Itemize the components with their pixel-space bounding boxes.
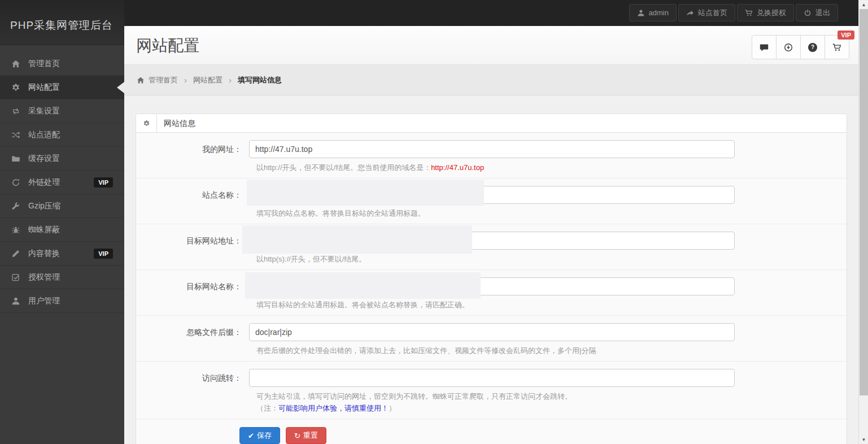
sidebar-item-user-manage[interactable]: 用户管理 <box>0 289 124 313</box>
reset-icon: ↻ <box>294 432 300 440</box>
save-button[interactable]: ✔ 保存 <box>239 427 280 444</box>
topbar: admin 站点首页 兑换授权 退出 <box>0 0 868 26</box>
field-help: 以http://开头，但不要以/结尾。您当前使用的域名是：http://47.u… <box>256 163 847 172</box>
collect-icon <box>11 107 20 116</box>
sidebar-item-label: 内容替换 <box>28 249 60 259</box>
sidebar-item-spider-block[interactable]: 蜘蛛屏蔽 <box>0 218 124 242</box>
redaction-overlay <box>247 180 484 206</box>
chevron-right-icon: › <box>184 75 187 85</box>
scrollbar: ▲ ▼ <box>858 0 868 444</box>
sidebar-menu: 管理首页 网站配置 采集设置 站点适配 缓存设置 外链处理 <box>0 45 124 313</box>
field-label: 访问跳转： <box>136 369 249 387</box>
redaction-overlay <box>242 225 472 254</box>
vip-badge: VIP <box>838 31 854 40</box>
download-circle-icon <box>784 43 793 52</box>
form-actions: ✔ 保存 ↻ 重置 <box>136 419 847 444</box>
field-label: 我的网址： <box>136 140 249 158</box>
scroll-down-button[interactable]: ▼ <box>859 435 868 444</box>
reset-button[interactable]: ↻ 重置 <box>286 427 326 444</box>
sidebar-item-label: 蜘蛛屏蔽 <box>28 225 60 235</box>
redaction-overlay <box>245 272 481 299</box>
sidebar-item-label: 网站配置 <box>28 82 60 93</box>
vip-badge: VIP <box>94 249 113 259</box>
redirect-input[interactable] <box>249 369 735 387</box>
help-button[interactable]: ? <box>800 35 825 59</box>
breadcrumb-item-site-config[interactable]: 网站配置 <box>193 75 223 85</box>
share-arrow-icon <box>686 9 694 17</box>
sidebar-item-label: 采集设置 <box>28 106 60 116</box>
breadcrumb-label: 填写网站信息 <box>238 75 282 85</box>
save-button-label: 保存 <box>257 430 272 441</box>
exchange-license-button[interactable]: 兑换授权 <box>737 4 794 21</box>
main-area: 网站信息 我的网址： 以http://开头，但不要以/结尾。您当前使用的域名是：… <box>124 96 858 444</box>
cart-icon <box>745 9 753 17</box>
note-warning-text: 可能影响用户体验，请慎重使用！ <box>278 404 389 412</box>
pencil-icon <box>11 249 20 258</box>
vip-badge: VIP <box>94 177 113 188</box>
sidebar-item-label: 站点适配 <box>28 130 60 140</box>
comment-icon <box>760 43 769 52</box>
sidebar-item-admin-home[interactable]: 管理首页 <box>0 52 124 76</box>
sidebar-item-content-replace[interactable]: 内容替换 VIP <box>0 242 124 265</box>
note-suffix: ） <box>389 404 396 412</box>
topbar-button-label: 兑换授权 <box>757 8 786 18</box>
breadcrumb-item-current: 填写网站信息 <box>238 75 282 85</box>
toolbar: VIP ? <box>752 35 849 59</box>
field-help: 有些后缀的文件处理会出错的，请添加上去，比如压缩文件、视频文件等修改会乱码的文件… <box>256 346 847 355</box>
field-note: （注：可能影响用户体验，请慎重使用！） <box>256 403 847 413</box>
sidebar-item-label: 授权管理 <box>28 272 60 282</box>
my-url-input[interactable] <box>249 140 735 158</box>
field-help: 可为主站引流，填写可访问的网址，留空则为不跳转。蜘蛛可正常爬取，只有正常访问才会… <box>256 391 847 401</box>
sidebar-item-cache-settings[interactable]: 缓存设置 <box>0 147 124 171</box>
user-menu-button[interactable]: admin <box>629 4 677 21</box>
wrench-icon <box>11 202 20 211</box>
site-home-button[interactable]: 站点首页 <box>678 4 735 21</box>
cart-icon <box>832 43 841 52</box>
sidebar-item-gzip[interactable]: Gzip压缩 <box>0 194 124 218</box>
topbar-button-label: 站点首页 <box>698 8 727 18</box>
sidebar-item-label: Gzip压缩 <box>28 201 60 211</box>
note-prefix: （注： <box>256 404 278 412</box>
sidebar-item-label: 管理首页 <box>28 59 60 69</box>
site-config-form: 我的网址： 以http://开头，但不要以/结尾。您当前使用的域名是：http:… <box>136 133 847 444</box>
form-row-site-name: 站点名称： 填写我的站点名称。将替换目标站的全站通用标题。 <box>136 178 847 224</box>
form-row-redirect: 访问跳转： 可为主站引流，填写可访问的网址，留空则为不跳转。蜘蛛可正常爬取，只有… <box>136 361 847 419</box>
spider-icon <box>11 225 20 234</box>
form-row-ignore-ext: 忽略文件后缀： 有些后缀的文件处理会出错的，请添加上去，比如压缩文件、视频文件等… <box>136 315 847 361</box>
sidebar-item-collect-settings[interactable]: 采集设置 <box>0 99 124 123</box>
question-circle-icon: ? <box>808 43 817 52</box>
check-square-icon <box>11 273 20 282</box>
home-icon <box>11 59 20 68</box>
field-help: 以http(s)://开头，但不要以/结尾。 <box>256 254 847 264</box>
ignore-ext-input[interactable] <box>249 323 735 341</box>
page-title: 网站配置 <box>124 26 858 65</box>
sidebar-item-auth-manage[interactable]: 授权管理 <box>0 265 124 289</box>
topbar-button-label: admin <box>649 8 669 17</box>
refresh-icon <box>11 178 20 187</box>
scroll-up-button[interactable]: ▲ <box>859 0 868 9</box>
sidebar: PHP采集网管理后台 管理首页 网站配置 采集设置 站点适配 缓存设置 <box>0 0 124 444</box>
sidebar-item-label: 用户管理 <box>28 296 60 306</box>
sidebar-item-external-links[interactable]: 外链处理 VIP <box>0 171 124 194</box>
user-icon <box>637 9 645 17</box>
logout-button[interactable]: 退出 <box>796 4 838 21</box>
panel-header: 网站信息 <box>136 114 847 133</box>
check-icon: ✔ <box>248 432 254 440</box>
topbar-actions: admin 站点首页 兑换授权 退出 <box>629 4 838 21</box>
comment-button[interactable] <box>752 35 777 59</box>
sidebar-item-site-config[interactable]: 网站配置 <box>0 76 124 99</box>
sidebar-item-site-adapt[interactable]: 站点适配 <box>0 123 124 147</box>
reset-button-label: 重置 <box>303 430 318 441</box>
field-label: 忽略文件后缀： <box>136 323 249 341</box>
download-button[interactable] <box>776 35 801 59</box>
field-label: 站点名称： <box>136 186 249 204</box>
breadcrumb-label: 管理首页 <box>149 75 178 85</box>
app-logo: PHP采集网管理后台 <box>0 0 124 45</box>
gear-icon <box>11 83 20 92</box>
breadcrumb-item-home[interactable]: 管理首页 <box>137 75 178 85</box>
scrollbar-thumb[interactable] <box>860 9 868 395</box>
form-row-my-url: 我的网址： 以http://开头，但不要以/结尾。您当前使用的域名是：http:… <box>136 133 847 178</box>
power-icon <box>804 9 812 17</box>
page-header: 网站配置 VIP ? <box>124 26 858 65</box>
panel-title: 网站信息 <box>157 114 195 132</box>
